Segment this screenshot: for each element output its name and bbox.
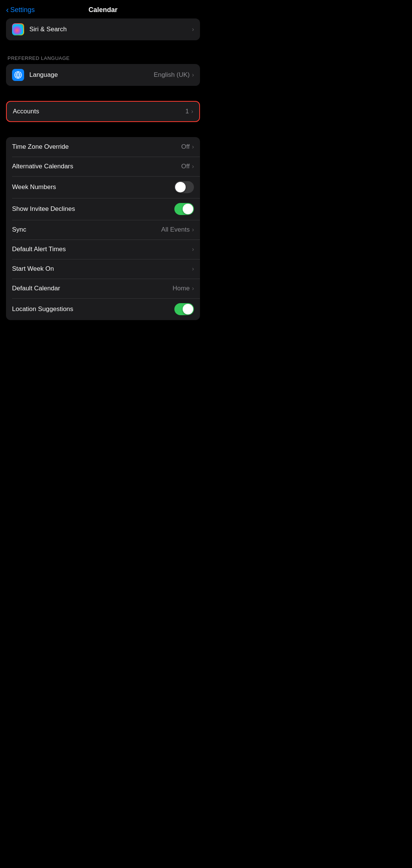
accounts-item[interactable]: Accounts 1 ›	[7, 102, 199, 121]
show-invitee-declines-label: Show Invitee Declines	[12, 205, 174, 213]
alternative-calendars-chevron-icon: ›	[192, 163, 194, 170]
sync-value: All Events	[161, 226, 190, 233]
default-alert-times-chevron-icon: ›	[192, 246, 194, 253]
location-suggestions-toggle[interactable]	[174, 303, 194, 315]
week-numbers-label: Week Numbers	[12, 183, 174, 191]
week-numbers-item[interactable]: Week Numbers	[6, 176, 200, 198]
spacer-1	[0, 48, 206, 55]
preferred-language-section-label: PREFERRED LANGUAGE	[6, 55, 200, 61]
sync-item[interactable]: Sync All Events ›	[6, 220, 200, 240]
siri-search-chevron-icon: ›	[192, 26, 194, 33]
default-calendar-label: Default Calendar	[12, 285, 172, 292]
default-calendar-chevron-icon: ›	[192, 285, 194, 292]
siri-search-section: Siri & Search ›	[6, 18, 200, 40]
accounts-card: Accounts 1 ›	[6, 101, 200, 122]
alternative-calendars-item[interactable]: Alternative Calendars Off ›	[6, 157, 200, 176]
location-suggestions-item[interactable]: Location Suggestions	[6, 298, 200, 320]
siri-search-label: Siri & Search	[29, 26, 192, 33]
sync-chevron-icon: ›	[192, 226, 194, 233]
alternative-calendars-label: Alternative Calendars	[12, 163, 181, 170]
spacer-2	[0, 93, 206, 101]
header: ‹ Settings Calendar	[0, 0, 206, 18]
siri-search-card: Siri & Search ›	[6, 18, 200, 40]
settings-group: Time Zone Override Off › Alternative Cal…	[6, 137, 200, 320]
settings-card: Time Zone Override Off › Alternative Cal…	[6, 137, 200, 320]
back-button[interactable]: ‹ Settings	[6, 6, 35, 14]
page-title: Calendar	[89, 6, 117, 14]
time-zone-override-label: Time Zone Override	[12, 143, 181, 151]
show-invitee-declines-toggle-thumb	[183, 204, 193, 214]
alternative-calendars-value: Off	[181, 163, 189, 170]
language-icon	[12, 69, 24, 81]
location-suggestions-label: Location Suggestions	[12, 305, 174, 313]
show-invitee-declines-toggle[interactable]	[174, 203, 194, 215]
sync-label: Sync	[12, 226, 161, 233]
time-zone-override-item[interactable]: Time Zone Override Off ›	[6, 137, 200, 157]
language-chevron-icon: ›	[192, 72, 194, 78]
time-zone-override-value: Off	[181, 143, 189, 151]
language-label: Language	[29, 71, 154, 79]
preferred-language-section: PREFERRED LANGUAGE Language English (UK)…	[6, 55, 200, 86]
spacer-3	[0, 130, 206, 137]
default-calendar-value: Home	[172, 285, 189, 292]
default-alert-times-item[interactable]: Default Alert Times ›	[6, 240, 200, 259]
accounts-value: 1	[185, 108, 189, 115]
back-chevron-icon: ‹	[6, 6, 9, 14]
start-week-on-chevron-icon: ›	[192, 265, 194, 272]
default-calendar-item[interactable]: Default Calendar Home ›	[6, 279, 200, 298]
week-numbers-toggle-thumb	[175, 182, 186, 192]
time-zone-override-chevron-icon: ›	[192, 143, 194, 150]
accounts-chevron-icon: ›	[191, 108, 193, 115]
language-value: English (UK)	[154, 71, 189, 79]
language-card: Language English (UK) ›	[6, 64, 200, 86]
back-label: Settings	[10, 6, 35, 14]
show-invitee-declines-item[interactable]: Show Invitee Declines	[6, 198, 200, 220]
siri-icon	[12, 23, 24, 35]
accounts-label: Accounts	[13, 108, 185, 115]
accounts-section: Accounts 1 ›	[6, 101, 200, 122]
start-week-on-item[interactable]: Start Week On ›	[6, 259, 200, 279]
default-alert-times-label: Default Alert Times	[12, 246, 192, 253]
language-item[interactable]: Language English (UK) ›	[6, 64, 200, 86]
siri-search-item[interactable]: Siri & Search ›	[6, 18, 200, 40]
week-numbers-toggle[interactable]	[174, 181, 194, 193]
location-suggestions-toggle-thumb	[183, 304, 193, 314]
start-week-on-label: Start Week On	[12, 265, 192, 273]
